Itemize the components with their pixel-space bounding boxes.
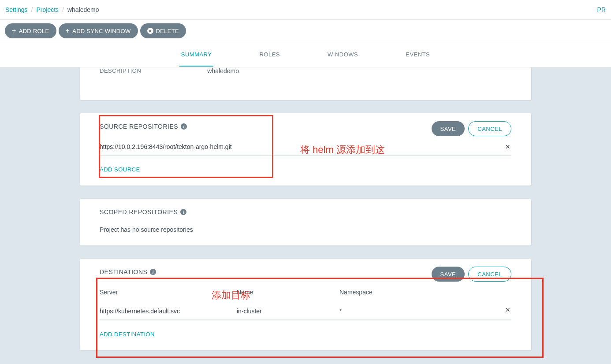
- scoped-repos-title: SCOPED REPOSITORIES i: [100, 208, 511, 215]
- description-label: DESCRIPTION: [100, 67, 141, 74]
- add-sync-window-label: ADD SYNC WINDOW: [72, 28, 130, 34]
- breadcrumb-sep: /: [31, 6, 33, 13]
- description-value: whaledemo: [207, 67, 239, 74]
- add-source-button[interactable]: ADD SOURCE: [100, 166, 140, 173]
- destination-row: ✕: [100, 300, 511, 320]
- cancel-button[interactable]: CANCEL: [468, 267, 511, 282]
- info-icon[interactable]: i: [181, 123, 187, 130]
- destinations-card: DESTINATIONS i SAVE CANCEL Server Name N…: [80, 259, 531, 350]
- save-button[interactable]: SAVE: [432, 121, 465, 136]
- tab-summary[interactable]: SUMMARY: [179, 43, 214, 67]
- info-icon[interactable]: i: [180, 209, 186, 215]
- destinations-header: Server Name Namespace: [100, 289, 511, 300]
- info-icon[interactable]: i: [150, 269, 156, 275]
- cancel-button[interactable]: CANCEL: [468, 121, 511, 136]
- remove-icon[interactable]: ✕: [504, 143, 511, 150]
- remove-icon[interactable]: ✕: [505, 306, 510, 313]
- col-namespace: Namespace: [339, 289, 511, 296]
- add-destination-button[interactable]: ADD DESTINATION: [100, 331, 155, 338]
- dest-server-input[interactable]: [100, 308, 227, 315]
- tab-events[interactable]: EVENTS: [404, 43, 432, 67]
- add-sync-window-button[interactable]: + ADD SYNC WINDOW: [59, 23, 138, 38]
- close-circle-icon: ✕: [147, 28, 153, 34]
- breadcrumb-current: whaledemo: [67, 6, 99, 13]
- tabs-bar: SUMMARY ROLES WINDOWS EVENTS: [0, 42, 611, 67]
- tab-windows[interactable]: WINDOWS: [326, 43, 360, 67]
- plus-icon: +: [12, 27, 16, 35]
- source-url-input[interactable]: [100, 143, 504, 150]
- breadcrumb-bar: Settings / Projects / whaledemo PR: [0, 0, 611, 20]
- breadcrumb-sep: /: [62, 6, 64, 13]
- scoped-repos-empty: Project has no source repositories: [100, 226, 511, 233]
- scoped-repositories-card: SCOPED REPOSITORIES i Project has no sou…: [80, 199, 531, 245]
- user-badge[interactable]: PR: [597, 6, 606, 13]
- plus-icon: +: [66, 27, 70, 35]
- source-repositories-card: SOURCE REPOSITORIES i SAVE CANCEL ✕ ADD …: [80, 113, 531, 186]
- col-server: Server: [100, 289, 237, 296]
- col-name: Name: [237, 289, 339, 296]
- dest-namespace-input[interactable]: [339, 308, 428, 315]
- breadcrumb-projects[interactable]: Projects: [36, 6, 59, 13]
- dest-name-input[interactable]: [237, 308, 329, 315]
- breadcrumb: Settings / Projects / whaledemo: [5, 6, 99, 13]
- breadcrumb-settings[interactable]: Settings: [5, 6, 28, 13]
- description-card: DESCRIPTION whaledemo: [80, 67, 531, 100]
- add-role-label: ADD ROLE: [19, 28, 49, 34]
- tab-roles[interactable]: ROLES: [257, 43, 282, 67]
- save-button[interactable]: SAVE: [432, 267, 465, 282]
- delete-button[interactable]: ✕ DELETE: [140, 23, 186, 38]
- source-input-row: ✕: [100, 143, 511, 156]
- delete-label: DELETE: [156, 28, 179, 34]
- toolbar: + ADD ROLE + ADD SYNC WINDOW ✕ DELETE: [0, 20, 611, 42]
- add-role-button[interactable]: + ADD ROLE: [5, 23, 56, 38]
